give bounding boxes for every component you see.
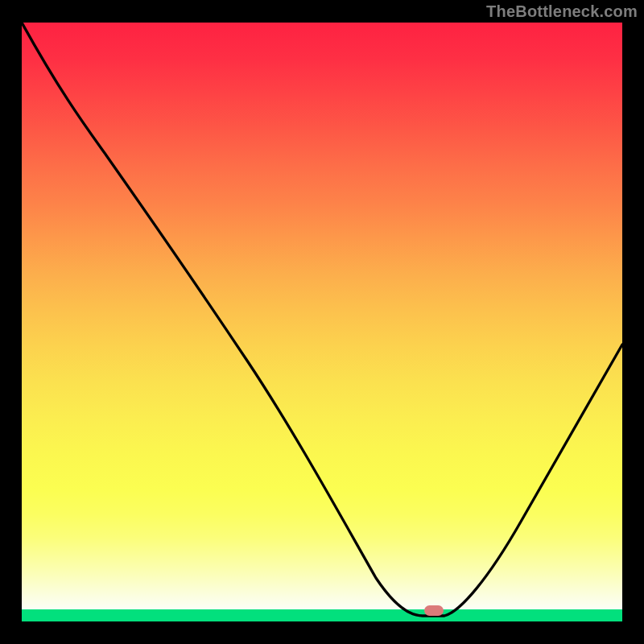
curve-path	[22, 23, 622, 616]
bottleneck-curve	[22, 23, 622, 621]
watermark-text: TheBottleneck.com	[486, 2, 638, 21]
chart-frame: TheBottleneck.com	[0, 0, 644, 644]
plot-area	[22, 23, 622, 621]
optimal-marker	[424, 605, 444, 616]
